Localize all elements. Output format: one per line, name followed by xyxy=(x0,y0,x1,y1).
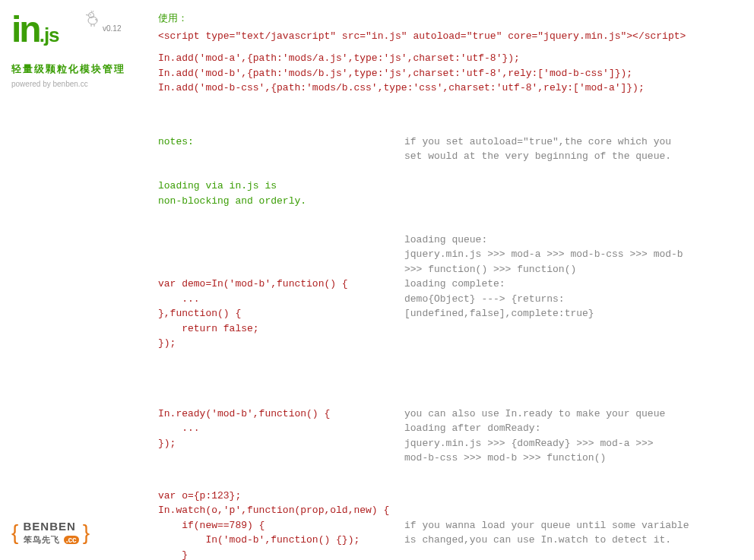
brace-close-icon: } xyxy=(83,520,90,544)
example1-desc-a: if you set autoload="true",the core whic… xyxy=(404,134,731,164)
subtitle-cn: 轻量级颗粒化模块管理 xyxy=(11,62,144,77)
version-label: v0.12 xyxy=(103,23,121,34)
example3-row: var o={p:123}; In.watch(o,'p',function(p… xyxy=(158,489,743,561)
logo: in.js v0.12 xyxy=(11,11,144,57)
example3-desc-a: if you wanna load your queue until some … xyxy=(404,518,731,548)
script-tag-example: <script type="text/javascript" src="in.j… xyxy=(158,29,743,44)
benben-cn: 笨鸟先飞 xyxy=(24,535,60,544)
sidebar: in.js v0.12 轻量级颗粒化模块管理 powered by benben… xyxy=(11,11,144,90)
example2-row: In.ready('mod-b',function() { ... }); yo… xyxy=(158,407,743,466)
example2-desc: you can also use In.ready to make your q… xyxy=(404,407,731,466)
svg-point-0 xyxy=(88,17,97,24)
in-add-examples: In.add('mod-a',{path:'mods/a.js',type:'j… xyxy=(158,51,743,96)
example3-code: var o={p:123}; In.watch(o,'p',function(p… xyxy=(158,489,404,561)
subtitle-en: powered by benben.cc xyxy=(11,78,144,90)
benben-cc: .cc xyxy=(64,536,79,544)
notes-heading: notes: xyxy=(158,134,404,150)
benben-name: BENBEN xyxy=(24,520,76,533)
notes-text: loading via in.js is non-blocking and or… xyxy=(158,179,404,208)
benben-logo: { BENBEN 笨鸟先飞 .cc } xyxy=(11,517,90,549)
brace-open-icon: { xyxy=(11,520,19,544)
notes-row: notes: loading via in.js is non-blocking… xyxy=(158,105,743,381)
main-content: 使用： <script type="text/javascript" src="… xyxy=(158,11,743,560)
example2-code: In.ready('mod-b',function() { ... }); xyxy=(158,407,404,466)
logo-text: in.js xyxy=(11,9,59,49)
usage-title: 使用： xyxy=(158,11,743,26)
example1-desc-b: loading queue: jquery.min.js >>> mod-a >… xyxy=(404,233,731,321)
bird-icon xyxy=(84,10,102,33)
svg-point-2 xyxy=(90,14,91,16)
example1-code: var demo=In('mod-b',function() { ... },f… xyxy=(158,277,404,351)
